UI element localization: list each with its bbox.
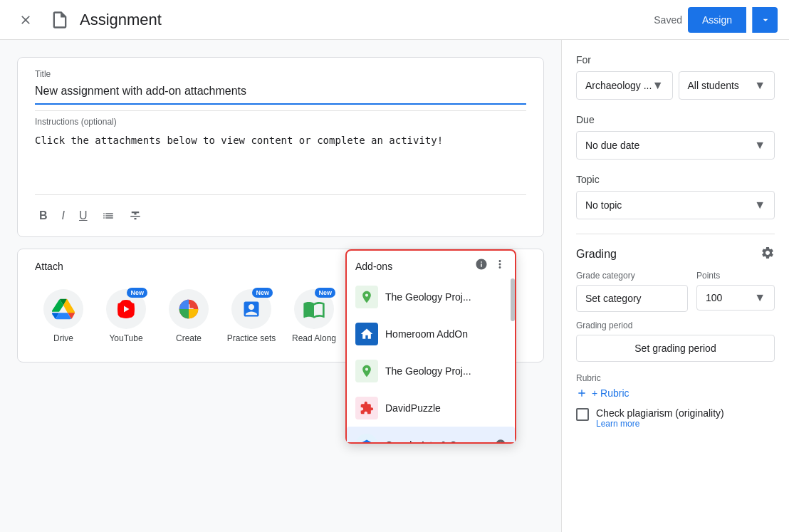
attach-item-practice-sets[interactable]: New Practice sets — [223, 283, 280, 350]
instructions-input[interactable]: Click the attachments below to view cont… — [35, 130, 526, 187]
davidpuzzle-icon — [355, 397, 378, 419]
class-chevron-icon: ▼ — [652, 79, 664, 92]
underline-button[interactable]: U — [75, 207, 92, 225]
students-select[interactable]: All students ▼ — [679, 71, 775, 100]
read-along-new-badge: New — [315, 288, 335, 298]
create-icon — [177, 298, 200, 320]
create-label: Create — [176, 333, 202, 345]
attach-item-drive[interactable]: Drive — [35, 283, 92, 350]
attach-item-read-along[interactable]: New Read Along — [286, 283, 343, 350]
assign-button[interactable]: Assign — [688, 7, 746, 33]
info-icon[interactable] — [475, 258, 488, 274]
close-button[interactable] — [11, 6, 40, 34]
grade-category-col: Grade category Set category — [576, 271, 688, 312]
points-select[interactable]: 100 ▼ — [696, 285, 775, 311]
addon-item-geology1[interactable]: The Geology Proj... — [347, 278, 515, 315]
plagiarism-label: Check plagiarism (originality) — [596, 407, 724, 419]
create-icon-circle — [169, 289, 209, 329]
due-label: Due — [576, 114, 775, 125]
read-along-icon-circle: New — [294, 289, 334, 329]
grading-gear-icon[interactable] — [761, 246, 775, 262]
homeroom-icon — [355, 323, 378, 345]
assignment-doc-icon — [48, 9, 71, 31]
for-label: For — [576, 54, 775, 66]
topic-select[interactable]: No topic ▼ — [576, 191, 775, 219]
read-along-icon — [303, 298, 325, 320]
assign-dropdown-button[interactable] — [752, 7, 778, 33]
addon-item-google-arts[interactable]: Google Arts & Cu... — [347, 427, 515, 442]
students-chevron-icon: ▼ — [754, 79, 766, 92]
left-panel: Title Instructions (optional) Click the … — [0, 40, 561, 532]
learn-more-link[interactable]: Learn more — [596, 419, 724, 429]
form-divider — [35, 110, 526, 111]
youtube-icon-circle: New — [106, 289, 146, 329]
grading-period-section: Grading period Set grading period — [576, 320, 775, 362]
addons-scroll-wrap: The Geology Proj... Homeroom AddOn — [347, 278, 515, 442]
addons-header-icons — [475, 258, 506, 274]
plagiarism-checkbox[interactable] — [576, 408, 589, 421]
attach-card: Attach Drive — [17, 249, 544, 363]
strikethrough-icon — [129, 209, 142, 222]
students-value: All students — [688, 80, 739, 91]
italic-button[interactable]: I — [58, 207, 69, 225]
google-arts-name: Google Arts & Cu... — [385, 439, 488, 442]
attach-item-youtube[interactable]: New YouTube — [98, 283, 155, 350]
strikethrough-button[interactable] — [125, 207, 146, 225]
geology1-icon — [355, 286, 378, 308]
addons-list: The Geology Proj... Homeroom AddOn — [347, 278, 515, 442]
practice-sets-icon — [241, 299, 261, 319]
read-along-label: Read Along — [292, 333, 336, 345]
scrollbar-thumb[interactable] — [511, 278, 515, 321]
points-value: 100 — [706, 292, 722, 303]
practice-sets-label: Practice sets — [227, 333, 276, 345]
geology2-icon — [355, 360, 378, 382]
chevron-down-icon — [760, 14, 771, 26]
main-content: Title Instructions (optional) Click the … — [0, 40, 789, 532]
title-input[interactable] — [35, 82, 526, 105]
google-arts-icon — [355, 434, 378, 442]
document-icon — [50, 10, 70, 30]
geology1-name: The Geology Proj... — [385, 291, 506, 303]
addon-item-homeroom[interactable]: Homeroom AddOn — [347, 315, 515, 353]
grading-period-label: Grading period — [576, 320, 775, 330]
grading-section: Grading Grade category Set category Poin… — [576, 246, 775, 429]
due-chevron-icon: ▼ — [754, 139, 766, 152]
add-rubric-button[interactable]: + Rubric — [576, 387, 629, 399]
points-chevron-icon: ▼ — [754, 291, 766, 304]
grade-row: Grade category Set category Points 100 ▼ — [576, 271, 775, 312]
rubric-section: Rubric + Rubric — [576, 373, 775, 399]
due-section: Due No due date ▼ — [576, 114, 775, 160]
youtube-label: YouTube — [109, 333, 142, 345]
list-icon — [102, 209, 115, 222]
set-grading-period-button[interactable]: Set grading period — [576, 335, 775, 362]
practice-sets-icon-circle: New — [231, 289, 271, 329]
drive-icon — [52, 298, 75, 320]
grading-title-row: Grading — [576, 246, 775, 262]
text-toolbar: B I U — [35, 201, 526, 231]
attach-item-create[interactable]: Create — [160, 283, 217, 350]
addon-item-davidpuzzle[interactable]: DavidPuzzle — [347, 390, 515, 427]
addon-item-geology2[interactable]: The Geology Proj... — [347, 353, 515, 390]
bold-button[interactable]: B — [35, 207, 52, 225]
page-title: Assignment — [80, 11, 162, 29]
geology2-name: The Geology Proj... — [385, 365, 506, 377]
points-col: Points 100 ▼ — [696, 271, 775, 311]
drive-label: Drive — [53, 333, 73, 345]
topic-section: Topic No topic ▼ — [576, 174, 775, 219]
form-card: Title Instructions (optional) Click the … — [17, 57, 544, 237]
points-label: Points — [696, 271, 775, 281]
addons-header: Add-ons — [347, 251, 515, 278]
more-vert-icon[interactable] — [493, 258, 506, 274]
addons-dropdown: Add-ons — [345, 249, 516, 444]
google-arts-info-icon[interactable] — [495, 439, 506, 443]
homeroom-name: Homeroom AddOn — [385, 328, 506, 340]
topic-chevron-icon: ▼ — [754, 199, 766, 212]
instructions-label: Instructions (optional) — [35, 117, 526, 127]
due-select[interactable]: No due date ▼ — [576, 131, 775, 160]
class-select[interactable]: Archaeology ... ▼ — [576, 71, 673, 100]
set-category-button[interactable]: Set category — [576, 285, 688, 312]
grading-title: Grading — [576, 248, 617, 261]
list-button[interactable] — [98, 207, 119, 225]
grading-divider — [576, 234, 775, 234]
due-value: No due date — [585, 140, 639, 151]
